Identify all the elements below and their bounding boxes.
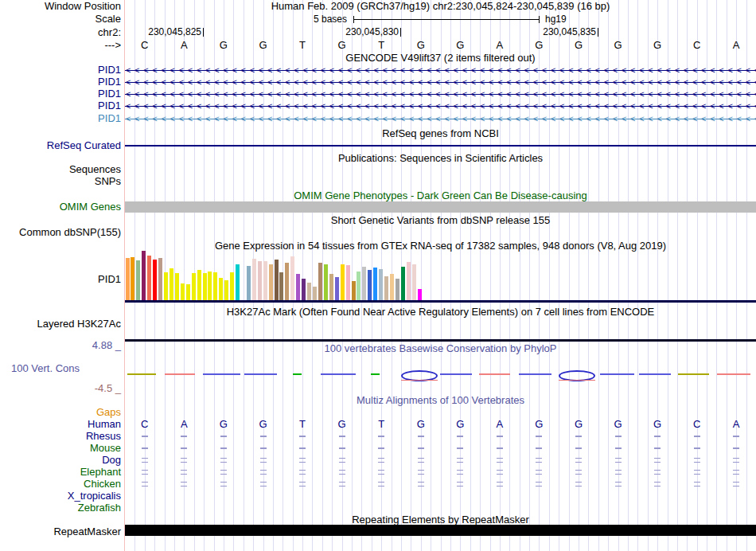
multiz-double-dash xyxy=(654,470,661,475)
gencode-transcript[interactable]: <<<<<<<<<<<<<<<<<<<<<<<<<<<<<<<<<<<<<<<<… xyxy=(125,113,756,124)
gencode-transcript[interactable]: <<<<<<<<<<<<<<<<<<<<<<<<<<<<<<<<<<<<<<<<… xyxy=(125,76,756,88)
position-tickmark xyxy=(203,28,204,37)
gtex-tissue-bar[interactable] xyxy=(335,277,339,300)
gencode-gene-label[interactable]: PID1 xyxy=(0,113,121,124)
omim-track-label[interactable]: OMIM Genes xyxy=(0,201,121,213)
multiz-species-label[interactable]: Mouse xyxy=(0,443,121,454)
window-position-label: Window Position xyxy=(0,1,121,12)
gencode-gene-label[interactable]: PID1 xyxy=(0,88,121,100)
gtex-tissue-bar[interactable] xyxy=(258,261,262,300)
multiz-gap-dash xyxy=(299,447,306,449)
repeatmasker-bar[interactable] xyxy=(125,525,756,536)
multiz-species-label[interactable]: Zebrafish xyxy=(0,502,121,514)
gtex-tissue-bar[interactable] xyxy=(142,251,146,300)
gtex-tissue-bar[interactable] xyxy=(384,276,388,300)
gencode-gene-label[interactable]: PID1 xyxy=(0,76,121,88)
multiz-species-label[interactable]: Chicken xyxy=(0,479,121,490)
gencode-transcript[interactable]: <<<<<<<<<<<<<<<<<<<<<<<<<<<<<<<<<<<<<<<<… xyxy=(125,88,756,100)
gtex-gene-label[interactable]: PID1 xyxy=(0,274,121,285)
gtex-tissue-bar[interactable] xyxy=(373,268,377,300)
multiz-species-label[interactable]: X_tropicalis xyxy=(0,490,121,502)
gtex-tissue-bar[interactable] xyxy=(302,279,306,300)
multiz-species-label[interactable]: Rhesus xyxy=(0,431,121,442)
gtex-tissue-bar[interactable] xyxy=(263,261,267,300)
gtex-tissue-bar[interactable] xyxy=(203,273,207,300)
gtex-tissue-bar[interactable] xyxy=(418,289,422,300)
gtex-tissue-bar[interactable] xyxy=(170,268,173,300)
gtex-tissue-bar[interactable] xyxy=(368,270,372,300)
gtex-tissue-bar[interactable] xyxy=(352,281,356,300)
gtex-tissue-bar[interactable] xyxy=(197,270,201,300)
gtex-tissue-bar[interactable] xyxy=(407,262,411,300)
gtex-tissue-bar[interactable] xyxy=(313,287,317,300)
gtex-tissue-bar[interactable] xyxy=(279,272,283,300)
gtex-tissue-bar[interactable] xyxy=(362,267,366,300)
gtex-tissue-bar[interactable] xyxy=(126,258,130,300)
gtex-tissue-bar[interactable] xyxy=(230,272,234,300)
conservation-segment xyxy=(293,373,302,375)
gtex-tissue-bar[interactable] xyxy=(213,272,217,300)
conservation-track-label[interactable]: 100 Vert. Cons xyxy=(11,363,80,374)
gtex-tissue-bar[interactable] xyxy=(307,283,311,300)
gtex-tissue-bar[interactable] xyxy=(186,284,190,300)
omim-gene-bar[interactable] xyxy=(125,201,756,213)
gtex-tissue-bar[interactable] xyxy=(158,258,162,300)
gencode-transcript[interactable]: <<<<<<<<<<<<<<<<<<<<<<<<<<<<<<<<<<<<<<<<… xyxy=(125,64,756,76)
gencode-gene-label[interactable]: PID1 xyxy=(0,100,121,111)
publications-snps-label[interactable]: SNPs xyxy=(0,176,121,187)
gencode-gene-label[interactable]: PID1 xyxy=(0,64,121,76)
gtex-tissue-bar[interactable] xyxy=(192,273,196,300)
gtex-tissue-bar[interactable] xyxy=(396,279,399,300)
multiz-species-label[interactable]: Elephant xyxy=(0,467,121,478)
gtex-tissue-bar[interactable] xyxy=(147,256,151,300)
gtex-tissue-bar[interactable] xyxy=(219,278,223,300)
multiz-gap-dash xyxy=(299,436,306,437)
gtex-tissue-bar[interactable] xyxy=(379,269,383,300)
multiz-double-dash xyxy=(418,470,424,475)
refseq-track-label[interactable]: RefSeq Curated xyxy=(0,140,121,151)
multiz-gaps-label[interactable]: Gaps xyxy=(0,407,121,418)
gtex-tissue-bar[interactable] xyxy=(296,274,300,300)
gtex-tissue-bar[interactable] xyxy=(285,263,289,300)
gtex-tissue-bar[interactable] xyxy=(164,272,168,300)
gtex-tissue-bar[interactable] xyxy=(175,273,179,300)
gtex-tissue-bar[interactable] xyxy=(181,283,185,300)
gtex-tissue-bar[interactable] xyxy=(318,263,322,300)
gtex-tissue-bar[interactable] xyxy=(131,257,134,300)
gencode-transcript[interactable]: <<<<<<<<<<<<<<<<<<<<<<<<<<<<<<<<<<<<<<<<… xyxy=(125,100,756,111)
multiz-title: Multiz Alignments of 100 Vertebrates xyxy=(125,395,756,406)
gtex-tissue-bar[interactable] xyxy=(324,264,328,300)
gtex-tissue-bar[interactable] xyxy=(236,264,240,300)
multiz-double-dash xyxy=(418,482,424,487)
repeatmasker-track-label[interactable]: RepeatMasker xyxy=(0,526,121,537)
gtex-tissue-bar[interactable] xyxy=(153,260,157,300)
conservation-segment xyxy=(321,373,356,375)
chrom-label: chr2: xyxy=(0,27,121,38)
gtex-tissue-bar[interactable] xyxy=(329,274,333,300)
gtex-tissue-bar[interactable] xyxy=(247,266,251,300)
position-number: 230,045,825 xyxy=(115,27,201,37)
gtex-tissue-bar[interactable] xyxy=(224,280,228,300)
dbsnp-track-label[interactable]: Common dbSNP(155) xyxy=(0,227,121,238)
refseq-title: RefSeq genes from NCBI xyxy=(125,128,756,139)
multiz-species-label[interactable]: Human xyxy=(0,419,121,430)
refseq-gene-line[interactable] xyxy=(125,145,756,147)
base-letter: G xyxy=(559,40,598,51)
gtex-tissue-bar[interactable] xyxy=(290,256,294,300)
gtex-tissue-bar[interactable] xyxy=(269,264,273,300)
multiz-double-dash xyxy=(694,482,700,487)
multiz-gap-dash xyxy=(181,447,187,449)
multiz-species-label[interactable]: Dog xyxy=(0,455,121,466)
gtex-tissue-bar[interactable] xyxy=(208,272,212,300)
h3k27ac-track-label[interactable]: Layered H3K27Ac xyxy=(0,318,121,330)
gtex-tissue-bar[interactable] xyxy=(357,272,360,300)
gtex-tissue-bar[interactable] xyxy=(136,260,140,300)
gtex-tissue-bar[interactable] xyxy=(346,265,350,300)
gtex-tissue-bar[interactable] xyxy=(412,264,416,300)
gtex-tissue-bar[interactable] xyxy=(341,264,345,300)
gtex-tissue-bar[interactable] xyxy=(275,260,279,300)
gtex-tissue-bar[interactable] xyxy=(401,267,405,300)
gtex-tissue-bar[interactable] xyxy=(252,259,256,300)
gtex-tissue-bar[interactable] xyxy=(390,274,394,300)
publications-sequences-label[interactable]: Sequences xyxy=(0,164,121,175)
